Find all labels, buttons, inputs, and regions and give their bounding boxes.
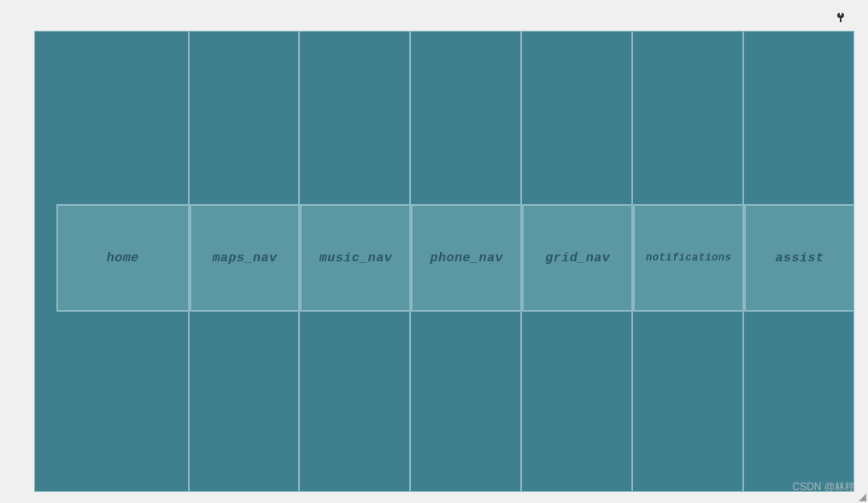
nav-label: grid_nav xyxy=(545,251,610,266)
nav-item-maps[interactable]: maps_nav xyxy=(190,204,299,312)
nav-label: home xyxy=(107,251,139,266)
nav-label: phone_nav xyxy=(431,251,504,266)
nav-column-home: home xyxy=(35,32,190,491)
nav-column-notifications: notifications xyxy=(633,32,744,491)
nav-label: music_nav xyxy=(320,251,393,266)
nav-label: maps_nav xyxy=(212,251,277,266)
nav-column-grid: grid_nav xyxy=(522,32,633,491)
resize-handle[interactable] xyxy=(858,493,866,501)
nav-column-music: music_nav xyxy=(300,32,411,491)
nav-item-notifications[interactable]: notifications xyxy=(633,204,742,312)
nav-item-assist[interactable]: assist xyxy=(744,204,853,312)
nav-column-phone: phone_nav xyxy=(411,32,522,491)
nav-item-phone[interactable]: phone_nav xyxy=(411,204,520,312)
nav-item-music[interactable]: music_nav xyxy=(300,204,409,312)
tool-icon[interactable] xyxy=(837,13,846,26)
nav-label: assist xyxy=(776,251,824,266)
nav-column-assist: assist xyxy=(744,32,853,491)
nav-column-maps: maps_nav xyxy=(190,32,301,491)
nav-item-home[interactable]: home xyxy=(56,204,188,312)
nav-item-grid[interactable]: grid_nav xyxy=(522,204,631,312)
watermark-text: CSDN @林栩 xyxy=(792,480,855,494)
main-canvas: home maps_nav music_nav phone_nav grid_n… xyxy=(34,31,854,492)
nav-label: notifications xyxy=(646,252,731,264)
